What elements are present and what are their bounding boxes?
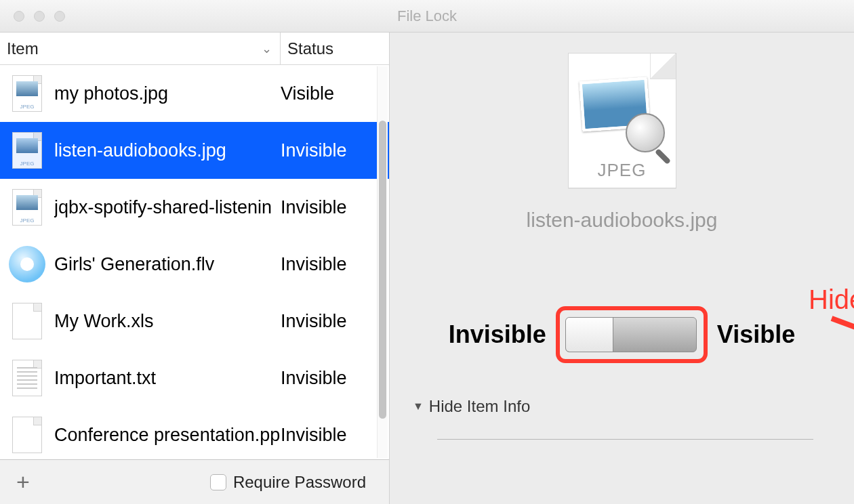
hide-item-info-label: Hide Item Info: [429, 397, 530, 416]
file-row[interactable]: Conference presentation.ppInvisible: [0, 406, 389, 459]
invisible-label: Invisible: [449, 320, 546, 349]
zoom-window-button[interactable]: [54, 11, 65, 22]
file-status: Invisible: [281, 254, 389, 275]
require-password-label: Require Password: [233, 473, 366, 492]
file-row[interactable]: jqbx-spotify-shared-listeninInvisible: [0, 179, 389, 236]
file-name: jqbx-spotify-shared-listenin: [54, 197, 281, 218]
hide-item-info-toggle[interactable]: ▼ Hide Item Info: [413, 397, 854, 416]
visibility-toggle[interactable]: [565, 317, 697, 352]
file-name: listen-audiobooks.jpg: [54, 140, 281, 161]
file-status: Invisible: [281, 140, 389, 161]
file-status: Invisible: [281, 368, 389, 389]
require-password-option[interactable]: Require Password: [210, 473, 366, 492]
disclosure-triangle-icon: ▼: [413, 400, 424, 413]
file-name: Girls' Generation.flv: [54, 254, 281, 275]
file-name: Important.txt: [54, 368, 281, 389]
scrollbar-thumb[interactable]: [379, 121, 386, 419]
minimize-window-button[interactable]: [34, 11, 45, 22]
close-window-button[interactable]: [14, 11, 24, 22]
window-controls: [0, 11, 65, 22]
file-list: my photos.jpgVisiblelisten-audiobooks.jp…: [0, 65, 389, 459]
titlebar: File Lock: [0, 0, 854, 33]
selected-filename: listen-audiobooks.jpg: [390, 209, 854, 232]
file-name: my photos.jpg: [54, 83, 281, 104]
file-row[interactable]: Girls' Generation.flvInvisible: [0, 236, 389, 293]
file-type-icon: [0, 189, 54, 226]
file-type-icon: [0, 417, 54, 453]
file-list-pane: Item ⌄ Status my photos.jpgVisiblelisten…: [0, 33, 390, 504]
visible-label: Visible: [717, 320, 795, 349]
file-type-label: JPEG: [569, 160, 676, 181]
file-row[interactable]: listen-audiobooks.jpgInvisible: [0, 122, 389, 179]
file-type-icon: [0, 132, 54, 169]
column-header-item-label: Item: [7, 39, 39, 58]
scrollbar-track[interactable]: [377, 66, 388, 458]
detail-divider: [437, 439, 813, 440]
require-password-checkbox[interactable]: [210, 474, 226, 490]
file-type-icon: [0, 75, 54, 112]
detail-pane: JPEG listen-audiobooks.jpg Hide Invisibl…: [390, 33, 854, 504]
file-type-icon: [0, 246, 54, 282]
visibility-toggle-row: Invisible Visible: [390, 306, 854, 363]
file-type-icon: [0, 303, 54, 339]
file-status: Invisible: [281, 425, 389, 446]
column-header-status-label: Status: [287, 39, 333, 58]
file-type-icon: [0, 360, 54, 396]
file-preview-icon: JPEG: [568, 53, 676, 188]
file-row[interactable]: my photos.jpgVisible: [0, 65, 389, 122]
toggle-knob[interactable]: [566, 318, 613, 352]
add-button[interactable]: +: [9, 469, 37, 496]
chevron-down-icon: ⌄: [262, 41, 272, 56]
file-row[interactable]: Important.txtInvisible: [0, 350, 389, 406]
file-name: Conference presentation.pp: [54, 425, 281, 446]
file-name: My Work.xls: [54, 311, 281, 332]
window-title: File Lock: [0, 7, 854, 25]
file-row[interactable]: My Work.xlsInvisible: [0, 293, 389, 350]
list-header: Item ⌄ Status: [0, 33, 389, 65]
list-footer: + Require Password: [0, 459, 389, 504]
file-status: Invisible: [281, 197, 389, 218]
column-header-item[interactable]: Item ⌄: [0, 33, 281, 64]
app-window: File Lock Item ⌄ Status my photos.jpgVis…: [0, 0, 854, 504]
annotation-highlight-box: [556, 306, 708, 363]
file-status: Visible: [281, 83, 389, 104]
content-area: Item ⌄ Status my photos.jpgVisiblelisten…: [0, 33, 854, 504]
file-status: Invisible: [281, 311, 389, 332]
column-header-status[interactable]: Status: [281, 33, 389, 64]
